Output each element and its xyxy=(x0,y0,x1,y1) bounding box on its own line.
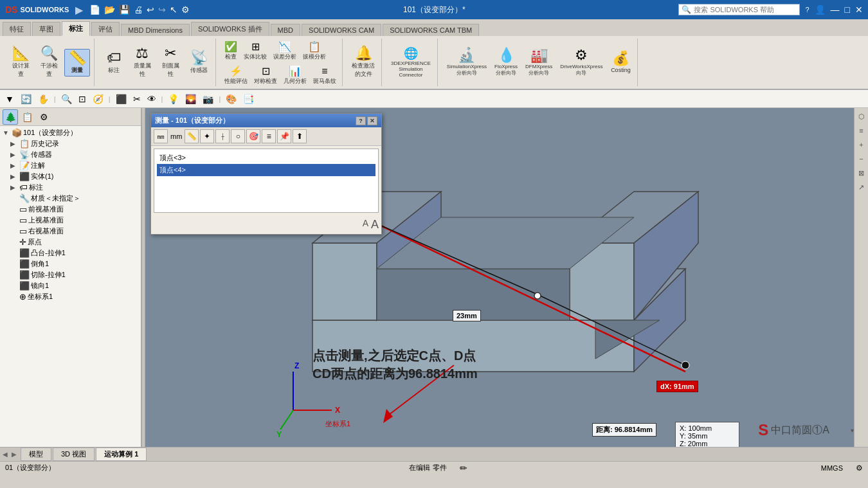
tree-item-boss[interactable]: ⬛ 凸台-拉伸1 xyxy=(0,248,141,258)
measure-options-btn[interactable]: ≡ xyxy=(262,129,276,143)
tab-motion[interactable]: 运动算例 1 xyxy=(96,447,147,461)
scene-icon[interactable]: 🌄 xyxy=(183,94,199,104)
solid-compare-btn[interactable]: ⊞ 实体比较 xyxy=(242,40,269,62)
feature-tree-btn[interactable]: 🌲 xyxy=(3,109,18,125)
save-icon[interactable]: 💾 xyxy=(119,5,130,15)
scroll-left-icon[interactable]: ◀ xyxy=(3,451,8,458)
tree-item-root[interactable]: ▼ 📦 101（设变部分） xyxy=(0,127,141,138)
design-check-btn[interactable]: 📐 设计算查 xyxy=(8,45,33,80)
3dexp-simulation-btn[interactable]: 🌐 3DEXPERIENCESimulationConnector xyxy=(388,46,433,79)
zoom-icon[interactable]: 🔍 xyxy=(59,94,75,104)
property-manager-btn[interactable]: 📋 xyxy=(19,109,35,125)
display-manager-icon[interactable]: 📑 xyxy=(240,94,257,104)
measure-snap-btn[interactable]: 🎯 xyxy=(246,129,260,143)
measure-line-btn[interactable]: ⟊ xyxy=(215,129,230,143)
config-manager-btn[interactable]: ⚙ xyxy=(36,109,51,125)
search-input[interactable] xyxy=(694,6,797,14)
geo-analysis-btn[interactable]: 📊 几何分析 xyxy=(282,64,309,86)
measure-point-btn[interactable]: ✦ xyxy=(200,129,214,143)
new-icon[interactable]: 📄 xyxy=(89,5,100,15)
sensors-btn[interactable]: 📡 传感器 xyxy=(186,50,212,76)
measure-expand-btn[interactable]: ⬆ xyxy=(293,129,307,143)
open-icon[interactable]: 📂 xyxy=(104,5,115,15)
measure-list-item-v3[interactable]: 顶点<3> xyxy=(157,152,375,164)
scroll-right-icon[interactable]: ▶ xyxy=(12,451,17,458)
mass-props-btn[interactable]: ⚖ 质量属性 xyxy=(129,45,155,80)
error-analysis-btn[interactable]: 📉 误差分析 xyxy=(271,40,298,62)
zoom-in-btn[interactable]: + xyxy=(856,139,867,150)
text-size-a-small[interactable]: A xyxy=(363,218,368,231)
dialog-close-btn[interactable]: ✕ xyxy=(367,116,377,125)
interference-check-btn[interactable]: 🔍 干涉检查 xyxy=(36,45,62,80)
light-icon[interactable]: 💡 xyxy=(165,94,181,104)
measure-circle-btn[interactable]: ○ xyxy=(231,129,245,143)
dialog-help-btn[interactable]: ? xyxy=(356,116,366,125)
tab-mbd[interactable]: MBD xyxy=(271,24,300,36)
check-btn[interactable]: ✅ 检查 xyxy=(222,40,239,62)
tree-item-front-plane[interactable]: ▭ 前视基准面 xyxy=(0,204,141,215)
draft-analysis-btn[interactable]: 📋 拔模分析 xyxy=(301,40,328,62)
tree-item-right-plane[interactable]: ▭ 右视基准面 xyxy=(0,226,141,237)
simxpress-btn[interactable]: 🔬 SimulationXpress分析向导 xyxy=(444,47,489,78)
view-cube-btn[interactable]: ⬡ xyxy=(856,111,867,122)
label-btn[interactable]: 🏷 标注 xyxy=(101,50,127,76)
redo-icon[interactable]: ↪ xyxy=(158,5,166,15)
section-view-icon[interactable]: ✂ xyxy=(131,94,143,104)
driveworks-btn[interactable]: ⚙ DriveWorksXpress向导 xyxy=(557,47,605,78)
performance-btn[interactable]: ⚡ 性能评估 xyxy=(222,64,249,86)
tab-model[interactable]: 模型 xyxy=(21,447,51,461)
floxpress-btn[interactable]: 💧 FloXpress分析向导 xyxy=(492,47,520,78)
settings-icon[interactable]: ⚙ xyxy=(181,5,190,15)
view-pan-icon[interactable]: ✋ xyxy=(35,94,51,104)
minimize-btn[interactable]: — xyxy=(831,5,840,15)
view-list-btn[interactable]: ≡ xyxy=(856,125,867,136)
measure-list-item-v4[interactable]: 顶点<4> xyxy=(157,164,375,176)
view-orient-icon[interactable]: 🧭 xyxy=(90,94,106,104)
tree-item-annotations[interactable]: ▶ 📝 注解 xyxy=(0,160,141,171)
tab-sw-cam-tbm[interactable]: SOLIDWORKS CAM TBM xyxy=(383,24,479,36)
fit-all-btn[interactable]: ⊠ xyxy=(856,167,867,179)
costing-btn[interactable]: 💰 Costing xyxy=(608,50,633,75)
close-btn[interactable]: ✕ xyxy=(855,5,863,15)
symmetry-btn[interactable]: ⊡ 对称检查 xyxy=(252,64,279,86)
tree-item-top-plane[interactable]: ▭ 上视基准面 xyxy=(0,215,141,226)
tree-item-cut[interactable]: ⬛ 切除-拉伸1 xyxy=(0,269,141,280)
tree-item-history[interactable]: ▶ 📋 历史记录 xyxy=(0,138,141,149)
tree-item-sensors[interactable]: ▶ 📡 传感器 xyxy=(0,149,141,160)
camera-icon[interactable]: 📷 xyxy=(200,94,216,104)
status-settings-icon[interactable]: ⚙ xyxy=(856,464,863,473)
undo-icon[interactable]: ↩ xyxy=(147,5,154,15)
tab-sw-addins[interactable]: SOLIDWORKS 插件 xyxy=(191,22,269,36)
check-active-file-btn[interactable]: 🔔 检查激活的文件 xyxy=(349,45,377,80)
tree-item-origin[interactable]: ✛ 原点 xyxy=(0,237,141,248)
measure-btn[interactable]: 📏 测量 xyxy=(64,49,90,77)
print-icon[interactable]: 🖨 xyxy=(134,5,143,15)
maximize-btn[interactable]: □ xyxy=(845,5,850,15)
3d-arrow-btn[interactable]: ↗ xyxy=(856,181,867,193)
tab-sw-cam[interactable]: SOLIDWORKS CAM xyxy=(302,24,381,36)
tree-item-mirror[interactable]: ⬛ 镜向1 xyxy=(0,280,141,291)
measure-smart-btn[interactable]: 📏 xyxy=(185,129,199,143)
render-icon[interactable]: 🎨 xyxy=(223,94,239,104)
measure-pin-btn[interactable]: 📌 xyxy=(277,129,291,143)
tree-item-fillet[interactable]: ⬛ 倒角1 xyxy=(0,258,141,269)
display-style-icon[interactable]: ⬛ xyxy=(113,94,129,104)
tab-markup[interactable]: 标注 xyxy=(62,21,90,36)
tree-item-markups[interactable]: ▶ 🏷 标注 xyxy=(0,182,141,193)
tab-sketch[interactable]: 草图 xyxy=(32,22,60,36)
tab-mbd-dimensions[interactable]: MBD Dimensions xyxy=(121,24,190,36)
user-icon[interactable]: 👤 xyxy=(815,5,826,15)
section-props-btn[interactable]: ✂ 剖面属性 xyxy=(158,45,183,80)
zebra-btn[interactable]: ≡ 斑马条纹 xyxy=(311,65,338,86)
fit-icon[interactable]: ⊡ xyxy=(76,94,89,104)
measure-units-btn[interactable]: ㎜ xyxy=(154,129,168,143)
hide-show-icon[interactable]: 👁 xyxy=(145,94,159,104)
select-icon[interactable]: ↖ xyxy=(170,5,177,15)
zoom-out-btn[interactable]: − xyxy=(856,153,867,165)
tab-feature[interactable]: 特征 xyxy=(3,22,31,36)
tree-item-solid[interactable]: ▶ ⬛ 实体(1) xyxy=(0,171,141,182)
view-rotate-icon[interactable]: 🔄 xyxy=(18,94,34,104)
tree-item-material[interactable]: 🔧 材质＜未指定＞ xyxy=(0,193,141,204)
tab-evaluate[interactable]: 评估 xyxy=(91,22,120,36)
text-size-a-large[interactable]: A xyxy=(371,218,379,231)
